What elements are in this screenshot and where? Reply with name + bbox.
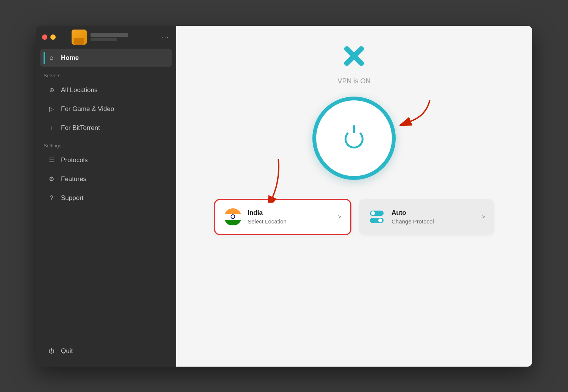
annotation-arrow-down — [259, 157, 290, 203]
home-label: Home — [61, 54, 79, 62]
location-arrow: > — [338, 214, 341, 220]
vpn-status: VPN is ON — [337, 77, 370, 85]
app-window: ⋯ ⌂ Home Servers ⊕ All Locations ▷ For G… — [36, 26, 532, 367]
sidebar-item-protocols[interactable]: ☰ Protocols — [40, 151, 172, 169]
protocol-sub: Change Protocol — [392, 218, 476, 225]
servers-section-label: Servers — [36, 67, 176, 81]
gear-icon: ⚙ — [47, 175, 56, 183]
india-flag-icon — [224, 208, 242, 226]
protocol-arrow: > — [482, 214, 485, 220]
india-flag — [224, 208, 242, 226]
close-button[interactable] — [42, 34, 47, 40]
sidebar-item-all-locations[interactable]: ⊕ All Locations — [40, 81, 172, 99]
user-section: ⋯ — [72, 30, 170, 45]
protocol-card-text: Auto Change Protocol — [392, 209, 476, 225]
features-label: Features — [61, 175, 86, 183]
layers-icon: ☰ — [47, 156, 56, 164]
traffic-lights — [42, 34, 64, 40]
toggle-track-bottom — [370, 218, 384, 223]
quit-label: Quit — [61, 347, 73, 355]
avatar — [72, 30, 87, 45]
location-sub: Select Location — [248, 218, 332, 225]
main-content: VPN is ON — [176, 26, 532, 367]
protocol-label: Auto — [392, 209, 476, 217]
power-button-icon — [341, 125, 367, 151]
sidebar-footer: ⏻ Quit — [36, 336, 176, 367]
globe-icon: ⊕ — [47, 86, 56, 94]
sidebar-item-game-video[interactable]: ▷ For Game & Video — [40, 100, 172, 118]
location-country: India — [248, 209, 332, 217]
user-name-bar — [91, 33, 128, 37]
titlebar: ⋯ — [36, 26, 176, 48]
minimize-button[interactable] — [50, 34, 56, 40]
sidebar-item-home[interactable]: ⌂ Home — [40, 49, 172, 67]
quit-button[interactable]: ⏻ Quit — [40, 342, 172, 360]
play-icon: ▷ — [47, 105, 56, 113]
protocol-toggle-icon — [368, 208, 385, 226]
location-card-text: India Select Location — [248, 209, 332, 225]
location-card[interactable]: India Select Location > — [214, 199, 351, 235]
bittorrent-label: For BitTorrent — [61, 124, 100, 132]
sidebar-item-bittorrent[interactable]: ↑ For BitTorrent — [40, 119, 172, 137]
sidebar-item-support[interactable]: ? Support — [40, 189, 172, 207]
settings-section-label: Settings — [36, 137, 176, 151]
user-info — [91, 33, 128, 41]
game-video-label: For Game & Video — [61, 105, 114, 113]
bottom-cards: India Select Location > — [214, 199, 494, 235]
toggle-track-top — [370, 211, 384, 216]
power-button[interactable] — [312, 97, 396, 180]
toggle-icon — [370, 211, 384, 223]
sidebar: ⋯ ⌂ Home Servers ⊕ All Locations ▷ For G… — [36, 26, 176, 367]
annotation-arrow-right — [399, 97, 434, 131]
vpn-logo — [339, 41, 369, 71]
toggle-thumb — [371, 211, 375, 215]
all-locations-label: All Locations — [61, 86, 97, 94]
sidebar-item-features[interactable]: ⚙ Features — [40, 170, 172, 188]
support-label: Support — [61, 194, 84, 202]
maximize-button[interactable] — [59, 34, 64, 40]
protocols-label: Protocols — [61, 156, 88, 164]
toggle-thumb-2 — [378, 219, 382, 222]
cloud-upload-icon: ↑ — [47, 124, 56, 132]
protocol-card[interactable]: Auto Change Protocol > — [359, 199, 494, 235]
power-icon: ⏻ — [47, 347, 56, 355]
user-sub-bar — [91, 38, 117, 41]
more-options-button[interactable]: ⋯ — [160, 31, 170, 43]
question-icon: ? — [47, 194, 56, 202]
home-icon: ⌂ — [47, 54, 56, 62]
x-icon — [339, 41, 369, 71]
